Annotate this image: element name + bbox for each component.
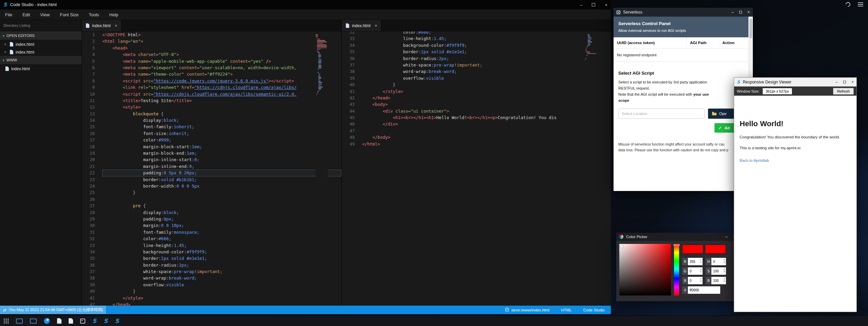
hue-value-input[interactable]: 0 ▲▼ <box>711 258 726 265</box>
code-line[interactable]: } <box>362 81 611 88</box>
code-line[interactable]: border:1px solid #e1e1e1; <box>102 255 341 262</box>
code-line[interactable]: overflow:visible <box>102 282 341 288</box>
red-value-input[interactable]: 255 ▲▼ <box>688 258 703 265</box>
code-area[interactable]: <!DOCTYPE html><html lang="en"> <head> <… <box>100 32 341 306</box>
window-icon[interactable] <box>30 319 37 324</box>
code-line[interactable]: <script src="https://cdnjs.cloudflare.co… <box>102 91 341 97</box>
code-line[interactable]: margin-block-end:1em; <box>102 150 341 156</box>
window-icon[interactable] <box>16 319 23 324</box>
code-line[interactable]: border-width:0 0 0 5px <box>102 183 341 189</box>
browser-icon[interactable] <box>44 318 50 324</box>
stepper-icon[interactable]: ▲▼ <box>723 277 725 283</box>
maximize-button[interactable] <box>592 3 595 6</box>
stepper-icon[interactable]: ▲▼ <box>700 268 702 273</box>
code-line[interactable]: </style> <box>362 88 611 95</box>
back-link[interactable]: Back to Aprintlab <box>740 158 769 162</box>
code-studio-icon[interactable]: S <box>115 318 119 324</box>
saturation-marker[interactable] <box>620 245 623 248</box>
code-line[interactable]: blockquote { <box>102 111 341 117</box>
serverless-app-icon[interactable] <box>80 319 85 324</box>
code-line[interactable]: background-color:#f9f9f9; <box>362 42 611 49</box>
minimap[interactable] <box>585 33 597 306</box>
code-line[interactable] <box>362 128 611 134</box>
code-line[interactable]: </head> <box>102 301 341 306</box>
code-line[interactable]: <head> <box>102 45 341 51</box>
code-line[interactable]: color:#666; <box>362 32 611 35</box>
close-icon[interactable]: × <box>4 50 7 55</box>
code-line[interactable]: word-wrap:break-word; <box>362 68 611 75</box>
minimize-button[interactable]: – <box>725 235 728 239</box>
menu-edit[interactable]: Edit <box>17 9 35 20</box>
code-line[interactable]: font-size:inherit; <box>102 130 341 137</box>
code-line[interactable]: white-space:pre-wrap!important; <box>102 268 341 275</box>
minimap[interactable] <box>316 33 328 306</box>
code-line[interactable]: border-radius:2px; <box>362 55 611 62</box>
menu-help[interactable]: Help <box>104 9 124 20</box>
code-line[interactable]: display:block; <box>102 209 341 216</box>
hex-value-input[interactable]: ff0000 <box>688 286 720 294</box>
code-line[interactable]: color:#999; <box>102 137 341 143</box>
code-line[interactable]: overflow:visible <box>362 75 611 81</box>
file-icon[interactable] <box>57 318 61 324</box>
maximize-button[interactable] <box>843 81 846 83</box>
code-line[interactable]: </style> <box>102 295 341 301</box>
code-line[interactable] <box>102 196 341 203</box>
title-bar[interactable]: S Responsive Design Viewer – × <box>734 78 856 87</box>
tab-close-icon[interactable]: × <box>115 23 118 28</box>
menu-font-size[interactable]: Font Size <box>55 9 84 20</box>
refresh-button[interactable]: Refresh <box>833 88 854 95</box>
blue-value-input[interactable]: 0 ▲▼ <box>688 277 703 284</box>
scrollbar-thumb[interactable] <box>749 19 752 38</box>
agi-script-location-input[interactable] <box>618 109 705 119</box>
code-line[interactable]: <!DOCTYPE html> <box>102 32 341 38</box>
brightness-value-input[interactable]: 100 ▲▼ <box>711 277 726 284</box>
menu-view[interactable]: View <box>35 9 55 20</box>
code-line[interactable]: <h1><br></h1><h1>Hello World!<br></h1><p… <box>362 114 611 121</box>
code-line[interactable]: padding:8px; <box>102 216 341 222</box>
code-line[interactable]: margin-inline-end:0; <box>102 163 341 170</box>
stepper-icon[interactable]: ▲▼ <box>700 277 702 283</box>
code-line[interactable]: font-family:inherit; <box>102 123 341 130</box>
stepper-icon[interactable]: ▲▼ <box>700 258 702 264</box>
code-studio-icon[interactable]: S <box>92 318 96 324</box>
tab-index-html[interactable]: index.html × <box>82 20 122 31</box>
code-line[interactable]: <html lang="en"> <box>102 38 341 44</box>
code-studio-icon[interactable]: S <box>104 318 108 324</box>
code-line[interactable]: border-radius:2px; <box>102 262 341 268</box>
file-icon[interactable] <box>69 318 73 324</box>
code-line[interactable]: <body> <box>362 101 611 108</box>
code-line[interactable]: <meta charset="UTF-8"> <box>102 51 341 58</box>
code-line[interactable]: pre { <box>102 203 341 209</box>
close-icon[interactable]: × <box>4 42 7 47</box>
status-app-name[interactable]: Code Studio <box>583 308 605 312</box>
status-file-path[interactable]: store:/www/index.html <box>505 308 549 312</box>
code-line[interactable]: <title>Testing Site</title> <box>102 97 341 104</box>
code-line[interactable]: </head> <box>362 95 611 101</box>
tab-index-html[interactable]: index.html × <box>342 20 382 31</box>
sidebar-section-open-editors[interactable]: ▾ OPEN EDITORS <box>0 32 82 40</box>
status-datetime[interactable]: ⇄ Thu May 11 2023 21:54:48 GMT+0800 (台北標… <box>0 306 106 314</box>
code-line[interactable]: margin:0 0 10px; <box>102 222 341 229</box>
title-bar[interactable]: Serverless – × <box>614 8 753 17</box>
open-editor-item[interactable]: × index.html <box>0 40 82 48</box>
app-launcher-icon[interactable] <box>3 318 9 324</box>
refresh-icon[interactable] <box>845 1 851 8</box>
code-line[interactable]: background-color:#f9f9f9; <box>102 249 341 255</box>
code-line[interactable]: </html> <box>362 141 611 147</box>
code-editor[interactable]: 323334353637383940414243444546474849 col… <box>342 32 611 306</box>
sidebar-section-www[interactable]: ▾ WWW <box>0 56 82 64</box>
code-line[interactable]: <meta name="theme-color" content="#ff922… <box>102 71 341 77</box>
minimize-button[interactable]: – <box>835 80 838 84</box>
code-line[interactable]: padding:0 5px 0 20px; <box>102 170 341 176</box>
code-line[interactable]: line-height:1.45; <box>362 35 611 42</box>
stepper-icon[interactable]: ▲▼ <box>723 258 725 264</box>
code-line[interactable]: <div class="ui container"> <box>362 108 611 114</box>
code-editor[interactable]: 1234567891011121314151617181920212223242… <box>82 32 341 306</box>
menu-tools[interactable]: Tools <box>84 9 104 20</box>
code-line[interactable]: } <box>102 189 341 196</box>
saturation-picker[interactable] <box>619 244 671 295</box>
window-size-value[interactable]: 361px x 627px <box>763 88 792 94</box>
title-bar[interactable]: Color Picker – × <box>616 233 739 241</box>
code-line[interactable]: font-family:monospace; <box>102 229 341 235</box>
close-button[interactable]: × <box>747 10 750 14</box>
